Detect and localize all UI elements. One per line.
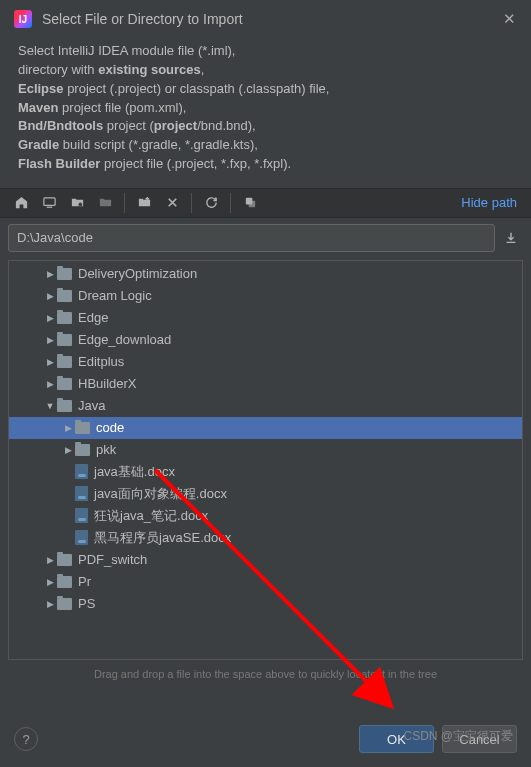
tree-node-label: Dream Logic: [78, 288, 152, 303]
folder-icon: [57, 334, 72, 346]
document-icon: [75, 464, 88, 479]
path-input[interactable]: [8, 224, 495, 252]
app-logo-icon: IJ: [14, 10, 32, 28]
dialog-title: Select File or Directory to Import: [42, 11, 491, 27]
chevron-right-icon: ▶: [43, 357, 57, 367]
tree-node-label: PDF_switch: [78, 552, 147, 567]
watermark: CSDN @宝宝很可爱: [403, 728, 513, 745]
tree-node-label: PS: [78, 596, 95, 611]
tree-node-label: Editplus: [78, 354, 124, 369]
tree-node[interactable]: java基础.docx: [9, 461, 522, 483]
svg-rect-4: [248, 201, 255, 208]
chevron-down-icon: ▼: [43, 401, 57, 411]
refresh-icon[interactable]: [198, 191, 224, 215]
module-folder-icon[interactable]: [92, 191, 118, 215]
project-folder-icon[interactable]: [64, 191, 90, 215]
folder-icon: [57, 378, 72, 390]
chevron-right-icon: ▶: [43, 555, 57, 565]
tree-node[interactable]: ▶Edge_download: [9, 329, 522, 351]
tree-node[interactable]: ▼Java: [9, 395, 522, 417]
tree-node-label: java基础.docx: [94, 463, 175, 481]
chevron-right-icon: ▶: [43, 599, 57, 609]
document-icon: [75, 508, 88, 523]
folder-icon: [57, 312, 72, 324]
description-text: Select IntelliJ IDEA module file (*.iml)…: [0, 38, 531, 188]
svg-rect-0: [43, 198, 54, 206]
chevron-right-icon: ▶: [61, 445, 75, 455]
folder-icon: [57, 268, 72, 280]
tree-node[interactable]: java面向对象编程.docx: [9, 483, 522, 505]
desktop-icon[interactable]: [36, 191, 62, 215]
tree-node-label: 黑马程序员javaSE.docx: [94, 529, 231, 547]
tree-node[interactable]: ▶code: [9, 417, 522, 439]
document-icon: [75, 530, 88, 545]
tree-node-label: java面向对象编程.docx: [94, 485, 227, 503]
tree-node[interactable]: 黑马程序员javaSE.docx: [9, 527, 522, 549]
chevron-right-icon: ▶: [43, 291, 57, 301]
download-icon[interactable]: [499, 226, 523, 250]
tree-node[interactable]: ▶PS: [9, 593, 522, 615]
tree-node-label: Java: [78, 398, 105, 413]
folder-icon: [57, 356, 72, 368]
tree-node[interactable]: ▶DeliveryOptimization: [9, 263, 522, 285]
delete-icon[interactable]: [159, 191, 185, 215]
chevron-right-icon: ▶: [43, 269, 57, 279]
chevron-right-icon: ▶: [43, 577, 57, 587]
folder-icon: [57, 598, 72, 610]
tree-node[interactable]: ▶Pr: [9, 571, 522, 593]
tree-node[interactable]: 狂说java_笔记.docx: [9, 505, 522, 527]
tree-node-label: pkk: [96, 442, 116, 457]
folder-icon: [57, 554, 72, 566]
tree-node-label: Edge_download: [78, 332, 171, 347]
tree-node[interactable]: ▶pkk: [9, 439, 522, 461]
drag-drop-hint: Drag and drop a file into the space abov…: [0, 662, 531, 686]
tree-node-label: Edge: [78, 310, 108, 325]
hide-path-link[interactable]: Hide path: [455, 195, 523, 210]
folder-icon: [75, 422, 90, 434]
tree-node-label: Pr: [78, 574, 91, 589]
tree-node-label: code: [96, 420, 124, 435]
svg-point-2: [78, 203, 82, 207]
tree-node-label: HBuilderX: [78, 376, 137, 391]
help-button[interactable]: ?: [14, 727, 38, 751]
tree-node[interactable]: ▶HBuilderX: [9, 373, 522, 395]
document-icon: [75, 486, 88, 501]
close-icon[interactable]: ✕: [501, 11, 517, 27]
new-folder-icon[interactable]: [131, 191, 157, 215]
tree-node-label: DeliveryOptimization: [78, 266, 197, 281]
chevron-right-icon: ▶: [43, 335, 57, 345]
tree-node[interactable]: ▶Dream Logic: [9, 285, 522, 307]
home-icon[interactable]: [8, 191, 34, 215]
folder-icon: [75, 444, 90, 456]
folder-icon: [57, 400, 72, 412]
folder-icon: [57, 576, 72, 588]
tree-node[interactable]: ▶PDF_switch: [9, 549, 522, 571]
show-hidden-icon[interactable]: [237, 191, 263, 215]
chevron-right-icon: ▶: [61, 423, 75, 433]
toolbar: Hide path: [0, 188, 531, 218]
tree-node[interactable]: ▶Edge: [9, 307, 522, 329]
folder-icon: [57, 290, 72, 302]
chevron-right-icon: ▶: [43, 379, 57, 389]
file-tree[interactable]: ▶DeliveryOptimization▶Dream Logic▶Edge▶E…: [8, 260, 523, 660]
tree-node[interactable]: ▶Editplus: [9, 351, 522, 373]
tree-node-label: 狂说java_笔记.docx: [94, 507, 208, 525]
chevron-right-icon: ▶: [43, 313, 57, 323]
